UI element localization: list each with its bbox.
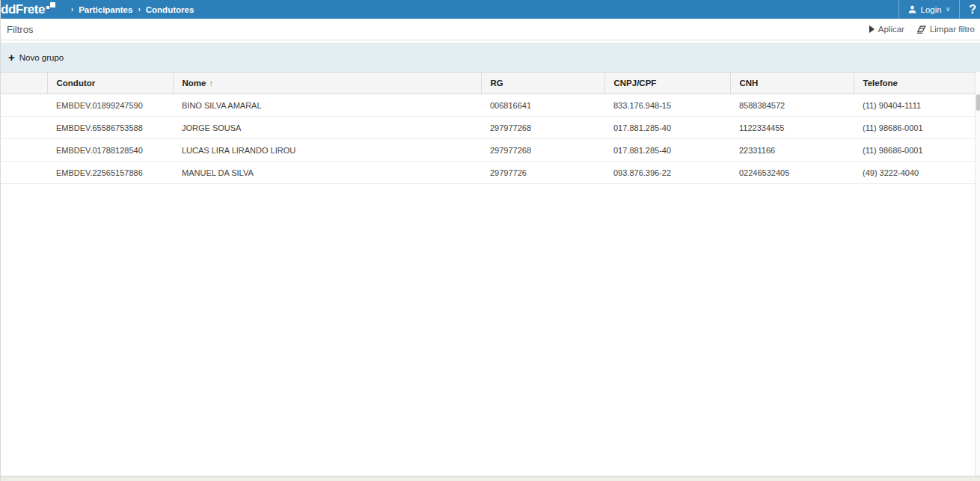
cell-cnpj-cpf: 017.881.285-40 bbox=[604, 117, 730, 139]
apply-filter-label: Aplicar bbox=[878, 25, 904, 34]
clear-filter-button[interactable]: Limpar filtro bbox=[916, 25, 975, 34]
column-header-condutor[interactable]: Condutor bbox=[47, 73, 173, 94]
login-label: Login bbox=[920, 5, 941, 14]
column-header-rg[interactable]: RG bbox=[481, 73, 604, 94]
cell-condutor: EMBDEV.22565157886 bbox=[47, 162, 173, 184]
cell-telefone: (11) 90404-1111 bbox=[854, 94, 976, 117]
plus-icon: + bbox=[8, 52, 15, 63]
cell-condutor: EMBDEV.01899247590 bbox=[47, 94, 173, 117]
breadcrumb: › Participantes › Condutores bbox=[66, 5, 194, 14]
condutores-table: Condutor Nome↑ RG CNPJ/CPF CNH Telefone … bbox=[1, 72, 976, 184]
table-row[interactable]: EMBDEV.22565157886 MANUEL DA SILVA 29797… bbox=[1, 162, 976, 184]
cell-cnh: 22331166 bbox=[730, 139, 854, 162]
column-header-empty bbox=[1, 73, 47, 94]
column-header-telefone[interactable]: Telefone bbox=[854, 73, 976, 94]
cell-condutor: EMBDEV.65586753588 bbox=[47, 117, 173, 139]
app-window: ddFrete › Participantes › Condutores Log… bbox=[0, 0, 980, 481]
scrollbar-thumb[interactable] bbox=[976, 94, 980, 111]
sort-asc-icon: ↑ bbox=[209, 79, 213, 88]
cell-cnh: 1122334455 bbox=[730, 117, 854, 139]
cell-empty bbox=[1, 117, 47, 139]
cell-telefone: (11) 98686-0001 bbox=[854, 139, 976, 162]
cell-rg: 006816641 bbox=[481, 94, 604, 117]
topbar-right: Login ∨ ? bbox=[898, 0, 980, 19]
new-group-button[interactable]: + Novo grupo bbox=[8, 52, 64, 63]
cell-empty bbox=[1, 94, 47, 117]
vertical-scrollbar[interactable] bbox=[975, 72, 980, 477]
cell-empty bbox=[1, 139, 47, 162]
column-header-nome[interactable]: Nome↑ bbox=[173, 73, 481, 94]
table-row[interactable]: EMBDEV.01899247590 BINO SILVA AMARAL 006… bbox=[1, 94, 976, 117]
status-bar bbox=[1, 476, 980, 481]
logo-squares-icon bbox=[46, 2, 55, 11]
person-icon bbox=[908, 5, 916, 13]
breadcrumb-participantes[interactable]: Participantes bbox=[79, 5, 132, 14]
new-group-label: Novo grupo bbox=[19, 53, 64, 62]
eraser-icon bbox=[916, 25, 926, 34]
cell-cnh: 02246532405 bbox=[730, 162, 854, 184]
chevron-right-icon: › bbox=[138, 5, 140, 13]
table-row[interactable]: EMBDEV.01788128540 LUCAS LIRA LIRANDO LI… bbox=[1, 139, 976, 162]
cell-rg: 297977268 bbox=[481, 139, 604, 162]
cell-telefone: (49) 3222-4040 bbox=[854, 162, 976, 184]
help-button[interactable]: ? bbox=[959, 0, 980, 19]
clear-filter-label: Limpar filtro bbox=[930, 25, 975, 34]
toolbar-band: + Novo grupo bbox=[1, 43, 980, 72]
cell-nome: BINO SILVA AMARAL bbox=[173, 94, 481, 117]
cell-empty bbox=[1, 162, 47, 184]
chevron-right-icon: › bbox=[71, 5, 73, 13]
column-header-cnpj-cpf[interactable]: CNPJ/CPF bbox=[604, 73, 730, 94]
app-logo[interactable]: ddFrete bbox=[1, 1, 55, 18]
breadcrumb-condutores[interactable]: Condutores bbox=[146, 5, 195, 14]
filter-actions: Aplicar Limpar filtro bbox=[869, 25, 975, 34]
cell-rg: 29797726 bbox=[481, 162, 604, 184]
cell-nome: MANUEL DA SILVA bbox=[173, 162, 481, 184]
filters-bar: Filtros Aplicar Limpar filtro bbox=[1, 19, 980, 40]
cell-telefone: (11) 98686-0001 bbox=[854, 117, 976, 139]
filters-title: Filtros bbox=[7, 24, 33, 35]
login-menu[interactable]: Login ∨ bbox=[898, 0, 959, 19]
cell-nome: JORGE SOUSA bbox=[173, 117, 481, 139]
cell-nome: LUCAS LIRA LIRANDO LIROU bbox=[173, 139, 481, 162]
column-header-cnh[interactable]: CNH bbox=[730, 73, 854, 94]
play-icon bbox=[869, 25, 875, 33]
cell-condutor: EMBDEV.01788128540 bbox=[47, 139, 173, 162]
cell-cnpj-cpf: 017.881.285-40 bbox=[604, 139, 730, 162]
table-header-row: Condutor Nome↑ RG CNPJ/CPF CNH Telefone bbox=[1, 73, 976, 94]
cell-cnpj-cpf: 093.876.396-22 bbox=[604, 162, 730, 184]
cell-cnpj-cpf: 833.176.948-15 bbox=[604, 94, 730, 117]
chevron-down-icon: ∨ bbox=[946, 5, 951, 13]
apply-filter-button[interactable]: Aplicar bbox=[869, 25, 904, 34]
help-icon: ? bbox=[969, 3, 976, 16]
logo-text: ddFrete bbox=[1, 1, 45, 18]
cell-rg: 297977268 bbox=[481, 117, 604, 139]
table-row[interactable]: EMBDEV.65586753588 JORGE SOUSA 297977268… bbox=[1, 117, 976, 139]
topbar: ddFrete › Participantes › Condutores Log… bbox=[1, 0, 980, 19]
cell-cnh: 8588384572 bbox=[730, 94, 854, 117]
